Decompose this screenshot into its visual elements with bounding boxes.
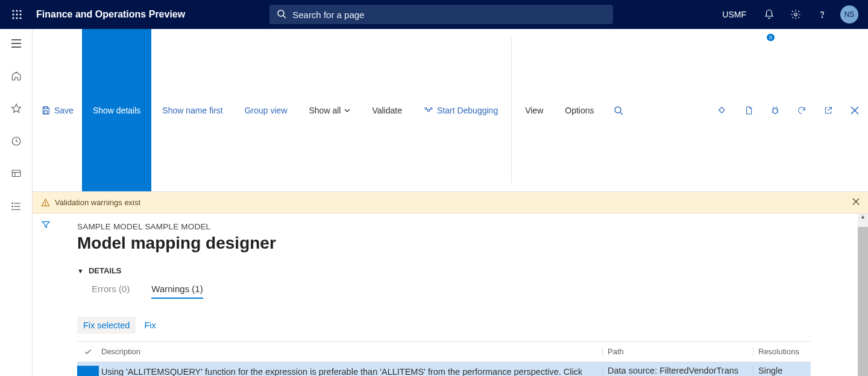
notifications-button[interactable] [761, 6, 778, 23]
details-section-header[interactable]: ▼ DETAILS [77, 266, 850, 275]
fix-selected-button[interactable]: Fix selected [77, 317, 136, 334]
options-menu[interactable]: Options [554, 29, 605, 191]
trace-button[interactable]: 0 [762, 29, 788, 191]
find-button[interactable] [605, 29, 632, 191]
svg-point-7 [16, 17, 17, 19]
warning-icon [41, 198, 50, 207]
svg-point-12 [822, 17, 822, 18]
left-nav-rail [0, 29, 33, 376]
svg-point-4 [16, 13, 17, 15]
svg-point-24 [11, 206, 13, 207]
show-name-first-button[interactable]: Show name first [151, 29, 233, 191]
nav-workspaces-button[interactable] [7, 164, 26, 183]
page-title: Model mapping designer [77, 234, 850, 253]
row-checkbox[interactable] [77, 366, 99, 376]
show-details-button[interactable]: Show details [82, 29, 151, 191]
search-icon [614, 106, 623, 115]
chevron-down-icon [344, 107, 350, 113]
show-all-dropdown[interactable]: Show all [298, 29, 362, 191]
bug-icon [770, 105, 781, 116]
view-menu[interactable]: View [514, 29, 554, 191]
banner-close-button[interactable] [852, 198, 860, 207]
refresh-button[interactable] [788, 29, 815, 191]
save-button[interactable]: Save [33, 29, 82, 191]
nav-hamburger-button[interactable] [7, 34, 26, 53]
validate-button[interactable]: Validate [361, 29, 413, 191]
attachments-button[interactable] [735, 29, 762, 191]
col-description[interactable]: Description [99, 346, 602, 358]
svg-point-30 [430, 107, 432, 109]
svg-point-23 [11, 203, 13, 204]
svg-point-2 [19, 10, 21, 11]
waffle-icon [12, 10, 22, 19]
diamond-icon [717, 106, 727, 115]
col-resolutions[interactable]: Resolutions [753, 347, 811, 356]
svg-point-5 [19, 13, 21, 15]
close-button[interactable] [841, 29, 868, 191]
environment-label[interactable]: USMF [722, 10, 746, 19]
tab-warnings[interactable]: Warnings (1) [151, 284, 203, 299]
table-row[interactable]: Using 'ALLITEMSQUERY' function for the e… [77, 362, 811, 376]
fix-button[interactable]: Fix [138, 317, 162, 334]
related-button[interactable] [709, 29, 735, 191]
close-icon [852, 198, 860, 205]
debug-icon [424, 106, 433, 115]
svg-point-38 [45, 205, 46, 205]
svg-point-34 [773, 108, 778, 113]
filter-button[interactable] [41, 220, 51, 376]
home-icon [11, 71, 22, 81]
svg-point-8 [19, 17, 21, 19]
svg-line-32 [620, 112, 623, 115]
table-header-row: Description Path Resolutions [77, 342, 811, 362]
select-all-checkbox[interactable] [77, 342, 99, 362]
close-icon [851, 106, 859, 115]
svg-rect-33 [719, 107, 725, 112]
hamburger-icon [11, 39, 22, 48]
cell-path: Data source: FilteredVendorTrans [602, 366, 753, 375]
col-path[interactable]: Path [602, 347, 753, 356]
svg-point-0 [12, 10, 14, 11]
warnings-table: Description Path Resolutions Using 'ALLI… [77, 341, 811, 376]
refresh-icon [797, 106, 807, 115]
svg-rect-17 [12, 170, 20, 177]
svg-point-29 [425, 107, 427, 109]
tab-errors[interactable]: Errors (0) [92, 284, 130, 299]
settings-button[interactable] [787, 6, 804, 23]
filter-icon [41, 220, 51, 229]
app-launcher-button[interactable] [5, 0, 29, 29]
scroll-up-icon: ▲ [858, 214, 868, 220]
checkmark-icon [84, 348, 92, 356]
group-view-button[interactable]: Group view [234, 29, 298, 191]
cell-resolutions: Single [753, 366, 811, 375]
user-avatar[interactable]: NS [840, 5, 858, 24]
banner-text: Validation warnings exist [55, 198, 140, 207]
collapse-caret-icon: ▼ [77, 267, 84, 275]
nav-modules-button[interactable] [7, 197, 26, 216]
scrollbar-thumb[interactable] [858, 227, 868, 376]
bell-icon [764, 9, 775, 20]
list-icon [11, 201, 22, 212]
app-title: Finance and Operations Preview [36, 9, 185, 20]
nav-home-button[interactable] [7, 66, 26, 86]
question-icon [817, 9, 828, 20]
svg-point-31 [615, 107, 621, 113]
svg-point-6 [12, 17, 14, 19]
command-bar: Save Show details Show name first Group … [33, 29, 868, 192]
star-icon [11, 103, 22, 114]
help-button[interactable] [814, 6, 831, 23]
topbar-right: USMF NS [722, 5, 858, 24]
vertical-scrollbar[interactable]: ▲ ▼ [858, 214, 868, 376]
nav-recent-button[interactable] [7, 132, 26, 151]
start-debugging-button[interactable]: Start Debugging [413, 29, 509, 191]
popout-icon [823, 106, 833, 115]
search-placeholder: Search for a page [292, 10, 364, 20]
validation-warning-banner: Validation warnings exist [33, 192, 868, 214]
svg-point-25 [11, 209, 13, 211]
svg-point-3 [12, 13, 14, 15]
nav-favorites-button[interactable] [7, 99, 26, 118]
save-icon [41, 106, 51, 115]
popout-button[interactable] [815, 29, 841, 191]
svg-line-10 [283, 16, 286, 18]
search-input[interactable]: Search for a page [269, 5, 613, 24]
cell-description: Using 'ALLITEMSQUERY' function for the e… [99, 366, 602, 376]
